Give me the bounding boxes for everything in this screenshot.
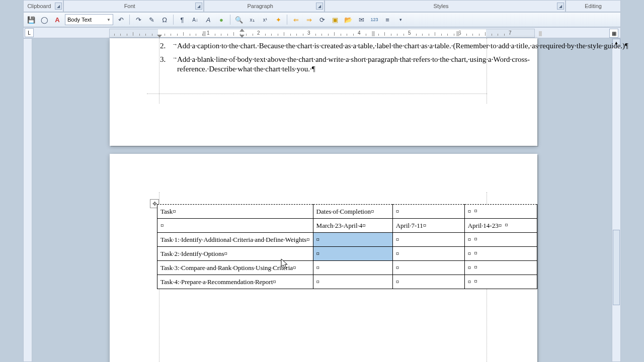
document-body[interactable]: 2.→Add·a·caption·to·the·chart.·Because·t… — [160, 41, 472, 77]
dialog-launcher-icon[interactable]: ◢ — [316, 3, 323, 10]
ribbon-groups: Clipboard◢Font◢Paragraph◢Styles◢Editing — [23, 0, 621, 12]
tab-selector[interactable]: L — [25, 28, 34, 37]
table-cell[interactable]: ¤¤ — [464, 275, 537, 289]
page-1: 2.→Add·a·caption·to·the·chart.·Because·t… — [110, 38, 537, 146]
table-cell[interactable]: Task·1:·Identify·Additional·Criteria·and… — [157, 233, 313, 247]
ribbon-group-label: Paragraph — [204, 3, 316, 9]
omega-icon[interactable]: Ω — [159, 14, 170, 25]
table-cell[interactable]: Task·3:·Compare·and·Rank·Options·Using·C… — [157, 261, 313, 275]
vertical-ruler — [23, 38, 32, 362]
table-cell[interactable]: ¤ — [392, 261, 464, 275]
ribbon-group-styles: Styles◢ — [325, 0, 566, 12]
page-2: ✥ Task¤Dates·of·Completion¤¤¤¤¤March·23-… — [110, 154, 537, 362]
table-cell[interactable]: Dates·of·Completion¤ — [313, 205, 392, 219]
strike-icon[interactable]: x₁ — [247, 14, 258, 25]
vertical-scrollbar[interactable]: ▲ — [612, 38, 621, 362]
table-cell[interactable]: ¤ — [392, 247, 464, 261]
table-cell[interactable]: ¤¤ — [464, 247, 537, 261]
redo-icon[interactable]: ↷ — [133, 14, 144, 25]
table-cell[interactable]: ¤ — [313, 247, 392, 261]
format-painter-icon[interactable]: ✎ — [146, 14, 157, 25]
font-color-icon[interactable]: A — [52, 14, 63, 25]
zoom-icon[interactable]: 🔍 — [233, 14, 245, 25]
dialog-launcher-icon[interactable]: ◢ — [55, 3, 62, 10]
dialog-launcher-icon[interactable]: ◢ — [195, 3, 202, 10]
ribbon-group-editing: Editing — [566, 0, 621, 12]
table-cell[interactable]: March·23-April·4¤ — [313, 219, 392, 233]
table-cell[interactable]: ¤ — [313, 275, 392, 289]
table-cell[interactable]: ¤ — [157, 219, 313, 233]
mouse-cursor — [281, 258, 289, 272]
refresh-icon[interactable]: ⟳ — [316, 14, 328, 25]
save-icon[interactable]: 💾 — [26, 14, 37, 25]
ribbon-group-label: Editing — [566, 3, 620, 9]
link-back-icon[interactable]: ⇐ — [290, 14, 301, 25]
dialog-launcher-icon[interactable]: ◢ — [557, 3, 564, 10]
open-icon[interactable]: 📂 — [343, 14, 354, 25]
quick-toolbar: 💾 ◯ A Body Text ▼ ↶ ↷ ✎ Ω ¶ A↓ A ● 🔍 x₁ … — [23, 12, 621, 27]
scroll-thumb[interactable] — [613, 230, 620, 305]
table-cell[interactable]: ¤¤ — [464, 261, 537, 275]
ribbon-group-clipboard: Clipboard◢ — [23, 0, 63, 12]
table-cell[interactable]: ¤ — [392, 233, 464, 247]
table-cell[interactable]: ¤ — [392, 205, 464, 219]
chevron-down-icon: ▼ — [107, 18, 111, 22]
preview-icon[interactable]: ◯ — [39, 14, 50, 25]
field-icon[interactable]: 123 — [369, 14, 380, 25]
more-icon[interactable]: ▾ — [395, 14, 406, 25]
ribbon-group-font: Font◢ — [63, 0, 204, 12]
highlight-icon[interactable]: ● — [216, 14, 227, 25]
undo-icon[interactable]: ↶ — [115, 14, 126, 25]
list-item[interactable]: 3.→Add·a·blank·line·of·body·text·above·t… — [160, 55, 472, 74]
table-cell[interactable]: ¤¤ — [464, 205, 537, 219]
ruler-scale[interactable]: 1234567 — [109, 29, 535, 38]
table-cell[interactable]: ¤ — [392, 275, 464, 289]
ribbon-group-label: Font — [64, 3, 196, 9]
envelope-icon[interactable]: ✉ — [356, 14, 367, 25]
table-cell[interactable]: Task·4:·Prepare·a·Recommendation·Report¤ — [157, 275, 313, 289]
table-cell[interactable]: ¤¤ — [464, 233, 537, 247]
ribbon-group-label: Clipboard — [24, 3, 55, 9]
style-selector[interactable]: Body Text ▼ — [65, 14, 113, 25]
link-fwd-icon[interactable]: ⇒ — [303, 14, 314, 25]
horizontal-ruler: L 1234567 ▦ — [23, 27, 621, 38]
pilcrow-icon[interactable]: ¶ — [177, 14, 188, 25]
table-cell[interactable]: April·14-23¤¤ — [464, 219, 537, 233]
insert-icon[interactable]: ✦ — [273, 14, 284, 25]
sort-icon[interactable]: A↓ — [190, 14, 201, 25]
list-item[interactable]: 2.→Add·a·caption·to·the·chart.·Because·t… — [160, 41, 472, 51]
table-cell[interactable]: ¤ — [313, 233, 392, 247]
indent-icon[interactable]: ≡ — [382, 14, 393, 25]
document-canvas: 2.→Add·a·caption·to·the·chart.·Because·t… — [32, 38, 611, 362]
table-cell[interactable]: Task¤ — [157, 205, 313, 219]
table-cell[interactable]: April·7-11¤ — [392, 219, 464, 233]
superscript-icon[interactable]: x¹ — [260, 14, 271, 25]
table-cell[interactable]: ¤ — [313, 261, 392, 275]
clear-format-icon[interactable]: A — [203, 14, 214, 25]
gantt-table[interactable]: Task¤Dates·of·Completion¤¤¤¤¤March·23-Ap… — [157, 204, 537, 289]
folder-icon[interactable]: ▣ — [330, 14, 341, 25]
ribbon-group-paragraph: Paragraph◢ — [204, 0, 325, 12]
ribbon-group-label: Styles — [325, 3, 557, 9]
style-name: Body Text — [67, 17, 92, 23]
table-cell[interactable]: Task·2:·Identify·Options¤ — [157, 247, 313, 261]
view-ruler-icon[interactable]: ▦ — [609, 29, 618, 38]
